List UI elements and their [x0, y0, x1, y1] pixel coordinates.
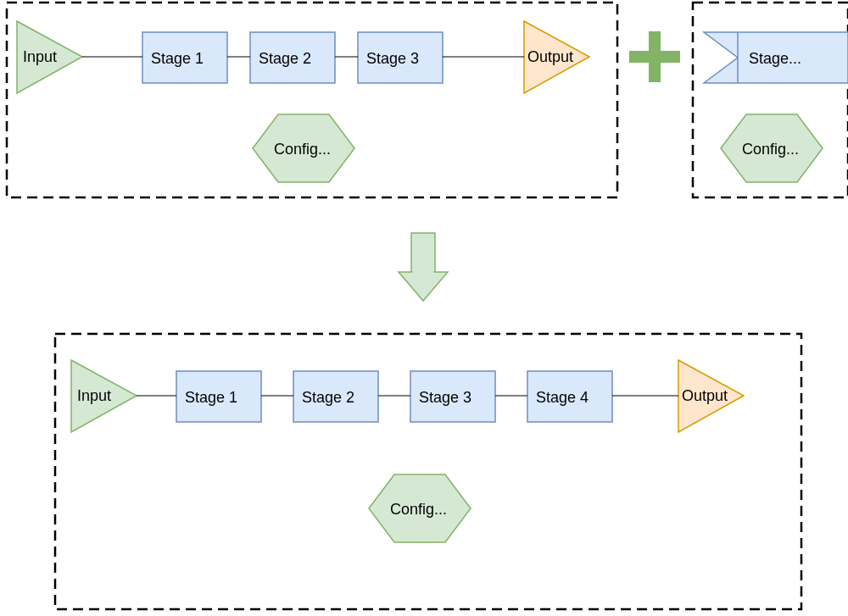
stage-truncated-top-right: Stage... [704, 32, 848, 83]
stage4-bottom-label: Stage 4 [536, 389, 589, 406]
plus-icon [629, 31, 680, 82]
stage-truncated-label: Stage... [749, 50, 801, 67]
input-label-bottom: Input [77, 387, 111, 404]
output-label-bottom: Output [682, 387, 728, 404]
config-node-bottom: Config... [369, 474, 471, 542]
stage2-top-label: Stage 2 [259, 50, 311, 67]
stage1-bottom-label: Stage 1 [185, 389, 237, 406]
stage1-bottom: Stage 1 [176, 371, 261, 422]
svg-rect-11 [411, 233, 435, 272]
output-label-top: Output [527, 48, 573, 65]
output-node-top: Output [524, 21, 589, 93]
stage3-top: Stage 3 [358, 32, 443, 83]
stage1-top: Stage 1 [142, 32, 227, 83]
config-node-top-right: Config... [721, 114, 823, 182]
stage2-top: Stage 2 [250, 32, 335, 83]
svg-marker-12 [399, 272, 448, 301]
stage3-bottom-label: Stage 3 [419, 389, 471, 406]
input-label-top: Input [23, 48, 57, 65]
config-label-top-left: Config... [274, 141, 331, 158]
stage2-bottom: Stage 2 [293, 371, 378, 422]
stage4-bottom: Stage 4 [527, 371, 612, 422]
down-arrow-icon [399, 233, 448, 301]
stage3-top-label: Stage 3 [366, 50, 419, 67]
config-label-top-right: Config... [742, 141, 799, 158]
config-node-top-left: Config... [253, 114, 354, 182]
stage2-bottom-label: Stage 2 [302, 389, 354, 406]
stage1-top-label: Stage 1 [151, 50, 204, 67]
config-label-bottom: Config... [390, 501, 447, 518]
stage3-bottom: Stage 3 [410, 371, 495, 422]
diagram-canvas: Input Stage 1 Stage 2 Stage 3 Output Con… [0, 0, 848, 616]
output-node-bottom: Output [678, 360, 744, 432]
input-node-top: Input [17, 21, 82, 93]
input-node-bottom: Input [71, 360, 137, 432]
